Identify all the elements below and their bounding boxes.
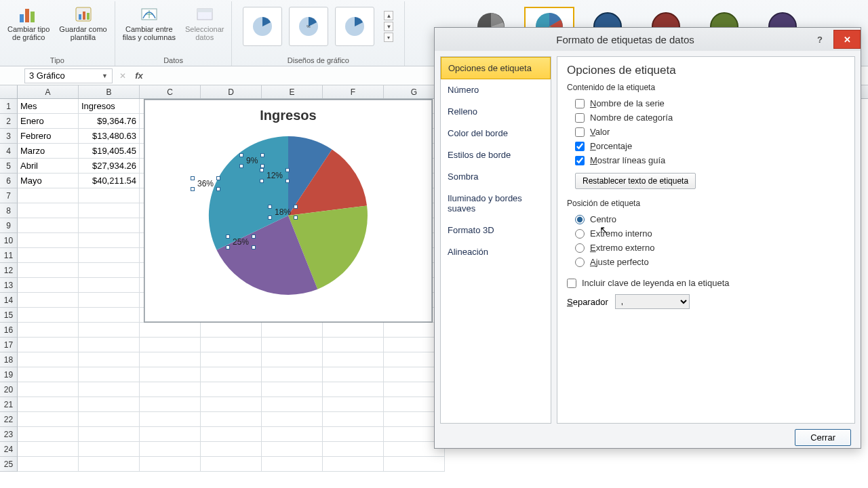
chart-layouts-gallery[interactable]: % ▲ ▼ ▾ [236,1,400,52]
cell[interactable] [323,412,384,427]
close-icon[interactable]: ✕ [833,30,861,49]
cell[interactable] [79,338,140,352]
fx-icon[interactable]: fx [130,70,148,81]
cell[interactable] [18,188,79,203]
gallery-more-icon[interactable]: ▾ [384,33,393,42]
cell[interactable]: $9,364.76 [79,114,140,129]
cell[interactable] [18,427,79,442]
cell[interactable] [79,427,140,442]
cell[interactable] [18,442,79,457]
cell[interactable] [79,293,140,308]
category-item[interactable]: Estilos de borde [441,144,551,166]
cell[interactable] [323,338,384,352]
cell[interactable] [79,442,140,457]
category-item[interactable]: Relleno [441,101,551,123]
reset-label-text-button[interactable]: Restablecer texto de etiqueta [575,173,696,189]
cell[interactable]: Febrero [18,129,79,144]
cell[interactable] [140,338,201,352]
cell[interactable] [18,233,79,248]
cell[interactable] [18,248,79,263]
cell[interactable] [79,218,140,233]
layout-item[interactable] [335,7,374,46]
row-header[interactable]: 7 [0,188,18,203]
cell[interactable] [323,367,384,382]
row-header[interactable]: 9 [0,218,18,233]
radio-center[interactable]: Centro [567,212,845,226]
cell[interactable] [18,308,79,323]
cell[interactable]: Mes [18,99,79,114]
row-header[interactable]: 14 [0,293,18,308]
cell[interactable] [79,308,140,323]
cell[interactable] [18,218,79,233]
row-header[interactable]: 4 [0,144,18,159]
cell[interactable] [201,397,262,412]
cell[interactable] [140,442,201,457]
cell[interactable] [262,442,323,457]
category-item[interactable]: Iluminado y bordes suaves [441,188,551,220]
cell[interactable] [79,457,140,472]
cell[interactable] [140,323,201,338]
check-percentage[interactable]: Porcentaje [567,139,845,153]
cell[interactable] [18,293,79,308]
cell[interactable] [262,397,323,412]
cell[interactable] [18,352,79,367]
cell[interactable]: $19,405.45 [79,144,140,159]
row-header[interactable]: 8 [0,203,18,218]
cell[interactable] [323,323,384,338]
data-label[interactable]: 25% [231,237,250,247]
cell[interactable] [79,278,140,293]
data-label[interactable]: 36% [196,179,215,188]
cell[interactable] [79,248,140,263]
cell[interactable] [262,352,323,367]
cell[interactable] [201,367,262,382]
col-header[interactable]: A [18,85,79,98]
cell[interactable] [18,367,79,382]
gallery-down-icon[interactable]: ▼ [384,22,393,31]
category-item[interactable]: Alineación [441,241,551,263]
select-data-button[interactable]: Seleccionar datos [182,1,227,43]
gallery-up-icon[interactable]: ▲ [384,11,393,20]
name-box[interactable]: 3 Gráfico▼ [24,68,113,83]
check-category-name[interactable]: Nombre de categoría [567,110,845,125]
data-label[interactable]: 12% [265,171,284,180]
row-header[interactable]: 15 [0,308,18,323]
row-header[interactable]: 6 [0,174,18,188]
cell[interactable] [323,352,384,367]
cell[interactable] [140,367,201,382]
row-header[interactable]: 1 [0,99,18,114]
separator-select[interactable]: , [615,294,690,309]
cell[interactable] [18,397,79,412]
cell[interactable]: $40,211.54 [79,174,140,188]
col-header[interactable]: D [201,85,262,98]
row-header[interactable]: 25 [0,457,18,472]
dialog-titlebar[interactable]: Formato de etiquetas de datos ? ✕ [435,28,861,51]
save-template-button[interactable]: Guardar como plantilla [56,1,110,43]
col-header[interactable]: F [323,85,384,98]
cell[interactable] [201,382,262,397]
cell[interactable] [201,427,262,442]
cell[interactable] [18,323,79,338]
cell[interactable] [262,457,323,472]
cell[interactable] [140,457,201,472]
row-header[interactable]: 18 [0,352,18,367]
cell[interactable] [140,382,201,397]
cell[interactable] [18,412,79,427]
row-header[interactable]: 10 [0,233,18,248]
category-item[interactable]: Formato 3D [441,220,551,241]
cell[interactable]: Ingresos [79,99,140,114]
row-header[interactable]: 17 [0,338,18,352]
row-header[interactable]: 5 [0,159,18,174]
row-header[interactable]: 21 [0,397,18,412]
cell[interactable] [18,382,79,397]
switch-row-col-button[interactable]: Cambiar entre filas y columnas [119,1,179,43]
row-header[interactable]: 12 [0,263,18,278]
cell[interactable]: Mayo [18,174,79,188]
change-chart-type-button[interactable]: Cambiar tipo de gráfico [4,1,53,43]
cell[interactable] [262,412,323,427]
cell[interactable] [18,278,79,293]
close-button[interactable]: Cerrar [795,429,851,446]
cancel-icon[interactable]: ✕ [115,71,130,81]
cell[interactable] [18,457,79,472]
cell[interactable] [323,427,384,442]
row-header[interactable]: 13 [0,278,18,293]
